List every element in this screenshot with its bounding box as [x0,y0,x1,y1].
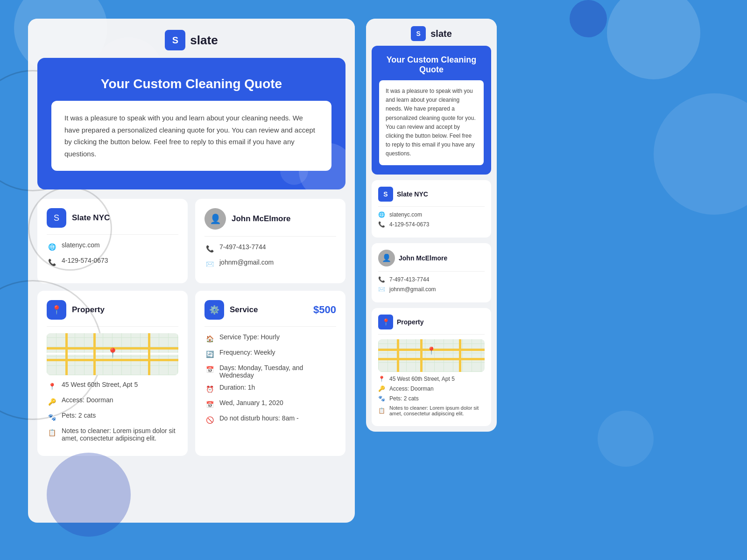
service-duration-row: ⏰ Duration: 1h [204,384,336,394]
service-type: Service Type: Hourly [219,333,280,341]
side-property-map: 📍 [378,339,485,372]
side-hero-banner: Your Custom Cleaning Quote It was a plea… [372,46,491,175]
side-property-address: 45 West 60th Street, Apt 5 [389,376,455,382]
side-logo-icon: S [411,26,426,41]
service-type-icon: 🏠 [204,334,215,344]
side-client-phone: 7-497-413-7744 [389,276,429,283]
side-header: S slate [366,19,497,46]
property-notes-row: 📋 Notes to cleaner: Lorem ipsum dolor si… [47,427,178,442]
client-email: johnm@gmail.com [219,259,274,266]
service-days-row: 📅 Days: Monday, Tuesday, and Wednesday [204,364,336,379]
property-notes: Notes to cleaner: Lorem ipsum dolor sit … [62,427,178,442]
client-email-icon: ✉️ [204,259,215,269]
side-intro-text: It was a pleasure to speak with you and … [386,87,477,159]
side-logo: S slate [411,26,452,41]
side-client-section: 👤 John McElmore 📞 7-497-413-7744 ✉️ john… [372,243,491,302]
service-frequency-row: 🔄 Frequency: Weekly [204,349,336,359]
service-card-header: ⚙️ Service $500 [204,300,336,327]
side-property-access-row: 🔑 Access: Doorman [378,385,485,392]
side-map-pin-icon: 📍 [427,346,436,355]
side-property-pets-icon: 🐾 [378,395,386,402]
service-label: Service [230,305,258,315]
service-type-row: 🏠 Service Type: Hourly [204,333,336,344]
property-notes-icon: 📋 [47,427,57,438]
client-phone: 7-497-413-7744 [219,243,266,251]
service-date: Wed, January 1, 2020 [219,399,283,406]
logo-icon: S [165,30,185,50]
service-icon: ⚙️ [204,300,224,320]
side-globe-icon: 🌐 [378,211,386,218]
property-map: 📍 [47,333,178,375]
client-phone-icon: 📞 [204,244,215,254]
client-email-row: ✉️ johnm@gmail.com [204,259,336,269]
side-phone-icon: 📞 [378,221,386,228]
service-date-row: 📅 Wed, January 1, 2020 [204,399,336,410]
property-pets-row: 🐾 Pets: 2 cats [47,412,178,422]
side-client-email: johnm@gmail.com [389,286,436,293]
intro-text: It was a pleasure to speak with you and … [64,112,318,160]
side-company-section: S Slate NYC 🌐 slatenyc.com 📞 4-129-574-0… [372,180,491,238]
side-company-icon: S [378,187,393,202]
map-pin-icon: 📍 [107,347,119,358]
service-disturb: Do not disturb hours: 8am - [219,414,299,422]
side-property-notes-icon: 📋 [378,407,386,414]
side-intro-box: It was a pleasure to speak with you and … [379,80,484,165]
service-days-icon: 📅 [204,364,215,375]
side-company-name: Slate NYC [397,190,428,198]
service-duration-icon: ⏰ [204,384,215,394]
side-quote-title: Your Custom Cleaning Quote [379,55,484,75]
client-card-header: 👤 John McElmore [204,208,336,237]
intro-box: It was a pleasure to speak with you and … [51,101,331,171]
service-disturb-icon: 🚫 [204,415,215,425]
client-card: 👤 John McElmore 📞 7-497-413-7744 ✉️ john… [195,199,345,283]
side-property-notes: Notes to cleaner: Lorem ipsum dolor sit … [389,405,485,416]
side-logo-text: slate [430,28,452,39]
side-company-phone: 4-129-574-0673 [389,221,429,228]
service-days: Days: Monday, Tuesday, and Wednesday [219,364,336,379]
side-client-email-icon: ✉️ [378,286,386,293]
hero-banner: Your Custom Cleaning Quote It was a plea… [37,58,345,189]
service-card: ⚙️ Service $500 🏠 Service Type: Hourly 🔄… [195,291,345,456]
service-disturb-row: 🚫 Do not disturb hours: 8am - [204,414,336,425]
service-price: $500 [313,304,336,316]
side-company-header: S Slate NYC [378,187,485,207]
side-client-name: John McElmore [399,254,447,262]
main-card: S slate Your Custom Cleaning Quote It wa… [28,19,355,523]
service-date-icon: 📅 [204,399,215,410]
client-phone-row: 📞 7-497-413-7744 [204,243,336,254]
side-card: S slate Your Custom Cleaning Quote It wa… [366,19,497,432]
side-client-phone-icon: 📞 [378,276,386,283]
service-frequency-icon: 🔄 [204,349,215,359]
quote-title: Your Custom Cleaning Quote [51,77,331,91]
property-pets: Pets: 2 cats [62,412,96,419]
side-property-notes-row: 📋 Notes to cleaner: Lorem ipsum dolor si… [378,405,485,416]
client-avatar: 👤 [204,208,226,230]
side-property-label: Property [397,318,424,326]
side-property-pets-row: 🐾 Pets: 2 cats [378,395,485,402]
client-name: John McElmore [232,214,291,224]
service-duration: Duration: 1h [219,384,255,391]
side-property-access-icon: 🔑 [378,385,386,392]
side-client-avatar: 👤 [378,250,395,266]
service-frequency: Frequency: Weekly [219,349,275,356]
side-company-website: slatenyc.com [389,211,422,218]
side-property-header: 📍 Property [378,315,485,335]
logo: S slate [165,30,218,50]
side-company-phone-row: 📞 4-129-574-0673 [378,221,485,228]
side-client-header: 👤 John McElmore [378,250,485,272]
logo-text: slate [190,33,218,48]
side-property-address-row: 📍 45 West 60th Street, Apt 5 [378,376,485,382]
side-property-address-icon: 📍 [378,376,386,382]
side-client-phone-row: 📞 7-497-413-7744 [378,276,485,283]
side-property-section: 📍 Property 📍 📍 45 West 60th Street, Apt … [372,308,491,426]
side-client-email-row: ✉️ johnm@gmail.com [378,286,485,293]
side-company-website-row: 🌐 slatenyc.com [378,211,485,218]
side-property-access: Access: Doorman [389,385,434,392]
side-property-icon: 📍 [378,315,393,329]
side-property-pets: Pets: 2 cats [389,395,419,402]
